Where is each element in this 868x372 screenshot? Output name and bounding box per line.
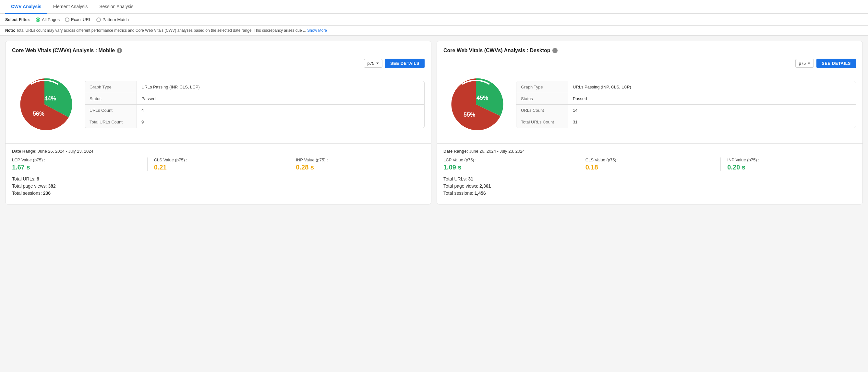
radio-pattern-match (96, 18, 101, 22)
mobile-total-urls: Total URLs: 9 (12, 176, 425, 181)
mobile-lcp-label: LCP Value (p75) : (12, 158, 141, 162)
mobile-chart-row: 44% 56% Graph Type URLs Passing (INP, CL… (12, 72, 425, 137)
desktop-dropdown[interactable]: p75 (795, 59, 814, 68)
desktop-metrics-section: Date Range: June 26, 2024 - July 23, 202… (443, 149, 856, 196)
mobile-sessions: Total sessions: 236 (12, 191, 425, 196)
tabs-bar: CWV Analysis Element Analysis Session An… (0, 0, 868, 14)
mobile-inp-block: INP Value (p75) : 0.28 s (296, 158, 425, 171)
main-content: Core Web Vitals (CWVs) Analysis : Mobile… (0, 36, 868, 210)
desktop-see-details-button[interactable]: SEE DETAILS (816, 59, 856, 68)
mobile-card-title: Core Web Vitals (CWVs) Analysis : Mobile… (12, 47, 425, 54)
desktop-inp-label: INP Value (p75) : (727, 158, 856, 162)
desktop-pie-red-label: 55% (464, 111, 475, 118)
mobile-pie-svg: 44% 56% (12, 72, 77, 137)
mobile-lcp-block: LCP Value (p75) : 1.67 s (12, 158, 148, 171)
filter-exact-url[interactable]: Exact URL (65, 17, 91, 22)
mobile-lcp-value: 1.67 s (12, 164, 141, 171)
mobile-inp-label: INP Value (p75) : (296, 158, 425, 162)
tab-cwv[interactable]: CWV Analysis (5, 0, 48, 14)
note-text: Total URLs count may vary across differe… (16, 28, 306, 33)
desktop-card: Core Web Vitals (CWVs) Analysis : Deskto… (437, 41, 863, 204)
mobile-divider (5, 143, 431, 143)
show-more-link[interactable]: Show More (307, 28, 327, 33)
desktop-pie-chart: 45% 55% (443, 72, 508, 137)
desktop-lcp-label: LCP Value (p75) : (443, 158, 572, 162)
filter-bar: Select Filter: All Pages Exact URL Patte… (0, 14, 868, 26)
desktop-inp-block: INP Value (p75) : 0.20 s (727, 158, 856, 171)
note-bar: Note: Total URLs count may vary across d… (0, 26, 868, 36)
desktop-sessions: Total sessions: 1,456 (443, 191, 856, 196)
radio-all-pages (36, 18, 40, 22)
mobile-stats-table: Graph Type URLs Passing (INP, CLS, LCP) … (85, 81, 425, 128)
desktop-cls-block: CLS Value (p75) : 0.18 (586, 158, 721, 171)
mobile-controls-row: p75 SEE DETAILS (12, 59, 425, 68)
desktop-total-urls: Total URLs: 31 (443, 176, 856, 181)
desktop-pie-green-label: 45% (476, 95, 488, 101)
desktop-card-title: Core Web Vitals (CWVs) Analysis : Deskto… (443, 47, 856, 54)
mobile-pie-chart: 44% 56% (12, 72, 77, 137)
mobile-date-range: Date Range: June 26, 2024 - July 23, 202… (12, 149, 425, 154)
mobile-metrics-grid: LCP Value (p75) : 1.67 s CLS Value (p75)… (12, 158, 425, 171)
mobile-pie-red-label: 56% (33, 110, 44, 117)
mobile-stats-row-3: Total URLs Count 9 (85, 116, 424, 128)
desktop-page-views: Total page views: 2,361 (443, 183, 856, 189)
desktop-lcp-value: 1.09 s (443, 164, 572, 171)
mobile-page-views: Total page views: 382 (12, 183, 425, 189)
filter-all-pages[interactable]: All Pages (36, 17, 60, 22)
mobile-dropdown[interactable]: p75 (364, 59, 383, 68)
desktop-stats-table: Graph Type URLs Passing (INP, CLS, LCP) … (516, 81, 856, 128)
filter-label: Select Filter: (5, 17, 30, 22)
desktop-divider (437, 143, 863, 143)
mobile-stats-row-1: Status Passed (85, 93, 424, 105)
desktop-stats-row-3: Total URLs Count 31 (517, 116, 856, 128)
desktop-stats-row-1: Status Passed (517, 93, 856, 105)
mobile-stats-row-2: URLs Count 4 (85, 105, 424, 116)
mobile-pie-green-label: 44% (44, 95, 56, 102)
mobile-see-details-button[interactable]: SEE DETAILS (385, 59, 425, 68)
tab-element[interactable]: Element Analysis (48, 0, 94, 14)
filter-exact-url-label: Exact URL (71, 17, 91, 22)
desktop-controls-row: p75 SEE DETAILS (443, 59, 856, 68)
filter-all-pages-label: All Pages (42, 17, 60, 22)
desktop-date-range: Date Range: June 26, 2024 - July 23, 202… (443, 149, 856, 154)
desktop-inp-value: 0.20 s (727, 164, 856, 171)
mobile-info-icon[interactable]: i (117, 48, 122, 53)
desktop-cls-value: 0.18 (586, 164, 714, 171)
filter-pattern-match[interactable]: Pattern Match (96, 17, 129, 22)
desktop-metrics-grid: LCP Value (p75) : 1.09 s CLS Value (p75)… (443, 158, 856, 171)
mobile-cls-label: CLS Value (p75) : (154, 158, 283, 162)
mobile-cls-value: 0.21 (154, 164, 283, 171)
desktop-info-icon[interactable]: i (552, 48, 558, 53)
desktop-pie-svg: 45% 55% (443, 72, 508, 137)
mobile-stats-row-0: Graph Type URLs Passing (INP, CLS, LCP) (85, 81, 424, 93)
desktop-dropdown-chevron (808, 63, 810, 64)
desktop-lcp-block: LCP Value (p75) : 1.09 s (443, 158, 579, 171)
mobile-card: Core Web Vitals (CWVs) Analysis : Mobile… (5, 41, 431, 204)
mobile-metrics-section: Date Range: June 26, 2024 - July 23, 202… (12, 149, 425, 196)
desktop-stats-row-0: Graph Type URLs Passing (INP, CLS, LCP) (517, 81, 856, 93)
desktop-stats-row-2: URLs Count 14 (517, 105, 856, 116)
desktop-cls-label: CLS Value (p75) : (586, 158, 714, 162)
mobile-cls-block: CLS Value (p75) : 0.21 (154, 158, 290, 171)
tab-session[interactable]: Session Analysis (93, 0, 139, 14)
note-prefix: Note: (5, 28, 15, 33)
mobile-inp-value: 0.28 s (296, 164, 425, 171)
mobile-dropdown-chevron (376, 63, 379, 64)
desktop-chart-row: 45% 55% Graph Type URLs Passing (INP, CL… (443, 72, 856, 137)
radio-exact-url (65, 18, 69, 22)
filter-pattern-match-label: Pattern Match (102, 17, 129, 22)
